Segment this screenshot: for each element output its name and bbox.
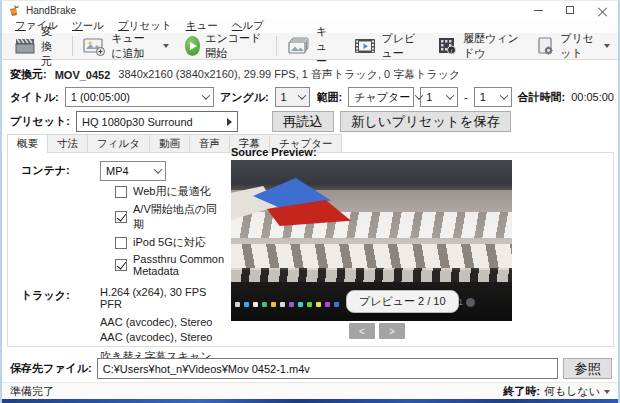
preview-icon: [353, 36, 377, 56]
track-audio-1: AAC (avcodec), Stereo: [100, 316, 226, 328]
chevron-down-icon: [446, 91, 454, 99]
tab-dimensions[interactable]: 寸法: [47, 134, 88, 152]
show-queue-button[interactable]: キュー: [279, 34, 345, 59]
activity-log-icon: i: [436, 36, 458, 56]
queue-icon: [287, 36, 311, 56]
add-to-queue-icon: [82, 36, 106, 56]
title-label: タイトル:: [10, 90, 59, 105]
toolbar-separator: [72, 36, 73, 56]
range-start-select[interactable]: 1: [420, 87, 458, 107]
option-av-align[interactable]: A/V開始地点の同期: [115, 202, 226, 232]
maximize-icon: [566, 6, 574, 14]
save-new-preset-button[interactable]: 新しいプリセットを保存: [340, 111, 511, 132]
option-passthru-metadata[interactable]: Passthru Common Metadata: [115, 253, 226, 277]
preview-column: Source Preview: 91 プレビュー 2 / 10 <: [231, 153, 613, 346]
container-select[interactable]: MP4: [100, 161, 166, 181]
checkbox-icon[interactable]: [115, 237, 127, 249]
when-done-label: 終了時:: [503, 384, 540, 399]
handbrake-logo-icon: [8, 4, 21, 17]
preview-navigation: < >: [349, 323, 405, 339]
checkbox-icon[interactable]: [115, 211, 127, 223]
option-web-optimized[interactable]: Web用に最適化: [115, 184, 226, 199]
svg-text:i: i: [450, 47, 452, 54]
output-path-input[interactable]: [97, 358, 559, 379]
checkbox-icon[interactable]: [115, 186, 127, 198]
window-bottom-border: [2, 399, 618, 403]
duration-value: 00:05:00: [571, 91, 614, 103]
title-row: タイトル: 1 (00:05:00) アングル: 1 範囲: チャプター 1 -…: [10, 87, 614, 107]
range-separator: -: [464, 91, 468, 103]
toolbar: 変換元 キューに追加 エンコード開始: [2, 33, 618, 60]
duration-label: 合計時間:: [518, 90, 566, 105]
tab-audio[interactable]: 音声: [189, 134, 230, 152]
previous-preview-button[interactable]: <: [349, 323, 375, 339]
preset-row: プリセット: HQ 1080p30 Surround 再読込 新しいプリセットを…: [10, 111, 511, 132]
output-file-row: 保存先ファイル: 参照: [10, 358, 612, 379]
tab-video[interactable]: 動画: [149, 134, 190, 152]
tab-filters[interactable]: フィルタ: [87, 134, 150, 152]
source-filename: MOV_0452: [55, 69, 111, 81]
play-icon: [185, 36, 201, 56]
source-preview-heading: Source Preview:: [231, 146, 317, 158]
source-info-row: 変換元: MOV_0452 3840x2160 (3840x2160), 29.…: [10, 67, 610, 82]
maximize-button[interactable]: [554, 1, 586, 19]
track-video: H.264 (x264), 30 FPS PFR: [100, 286, 226, 310]
summary-panel: コンテナ: MP4 Web用に最適化 A/V開始地点の同期 iPod 5Gに対応: [7, 152, 614, 347]
start-encode-label: エンコード開始: [205, 31, 266, 61]
start-encode-button[interactable]: エンコード開始: [177, 34, 275, 59]
chevron-down-icon: [298, 91, 306, 99]
when-done-value: 何もしない: [544, 384, 600, 399]
close-button[interactable]: [586, 1, 618, 19]
open-source-label: 変換元: [41, 24, 62, 69]
title-select[interactable]: 1 (00:05:00): [65, 87, 214, 107]
chevron-right-icon: [227, 118, 232, 126]
source-details: 3840x2160 (3840x2160), 29.99 FPS, 1 音声トラ…: [118, 67, 460, 82]
when-done-control[interactable]: 終了時: 何もしない: [503, 384, 610, 399]
chevron-down-icon: [154, 165, 162, 173]
add-to-queue-caret-icon: [163, 44, 169, 48]
activity-window-label: 履歴ウィンドウ: [463, 31, 519, 61]
status-text: 準備完了: [10, 384, 54, 399]
range-end-select[interactable]: 1: [474, 87, 512, 107]
clapperboard-icon: [14, 36, 36, 56]
presets-label: プリセット: [560, 31, 597, 61]
checkbox-icon[interactable]: [115, 259, 127, 271]
presets-caret-icon: [604, 44, 610, 48]
add-to-queue-button[interactable]: キューに追加: [74, 34, 176, 59]
browse-button[interactable]: 参照: [563, 358, 612, 379]
preset-label: プリセット:: [10, 114, 70, 129]
minimize-icon: [534, 10, 543, 11]
menu-bar: ファイル ツール プリセット キュー ヘルプ: [2, 19, 618, 33]
chevron-down-icon: [604, 390, 610, 394]
next-preview-button[interactable]: >: [379, 323, 405, 339]
preview-counter-tooltip: プレビュー 2 / 10: [346, 290, 459, 313]
chevron-down-icon: [202, 91, 210, 99]
chevron-down-icon: [499, 91, 507, 99]
tab-summary[interactable]: 概要: [7, 134, 48, 153]
source-label: 変換元:: [10, 67, 47, 82]
save-as-label: 保存先ファイル:: [10, 361, 92, 376]
toolbar-separator: [276, 36, 277, 56]
range-label: 範囲:: [316, 90, 342, 105]
status-bar: 準備完了 終了時: 何もしない: [2, 382, 618, 400]
reload-preset-button[interactable]: 再読込: [272, 111, 334, 132]
presets-button[interactable]: プリセット: [527, 34, 618, 59]
activity-window-button[interactable]: i 履歴ウィンドウ: [428, 34, 527, 59]
preset-select[interactable]: HQ 1080p30 Surround: [76, 111, 238, 132]
angle-label: アングル:: [220, 90, 269, 105]
open-preview-button[interactable]: プレビュー: [345, 34, 428, 59]
open-source-button[interactable]: 変換元: [6, 34, 70, 59]
option-ipod5g[interactable]: iPod 5Gに対応: [115, 235, 226, 250]
presets-icon: [535, 36, 555, 56]
window-title: HandBrake: [26, 5, 76, 16]
range-type-select[interactable]: チャプター: [348, 87, 414, 107]
close-icon: [598, 6, 607, 15]
handbrake-window: HandBrake ファイル ツール プリセット キュー ヘルプ 変換元: [0, 0, 620, 403]
open-preview-label: プレビュー: [382, 31, 420, 61]
container-label: コンテナ:: [21, 161, 100, 280]
angle-select[interactable]: 1: [275, 87, 311, 107]
add-to-queue-label: キューに追加: [111, 31, 155, 61]
show-queue-label: キュー: [316, 24, 337, 69]
minimize-button[interactable]: [522, 1, 554, 19]
menu-tools[interactable]: ツール: [65, 19, 111, 33]
